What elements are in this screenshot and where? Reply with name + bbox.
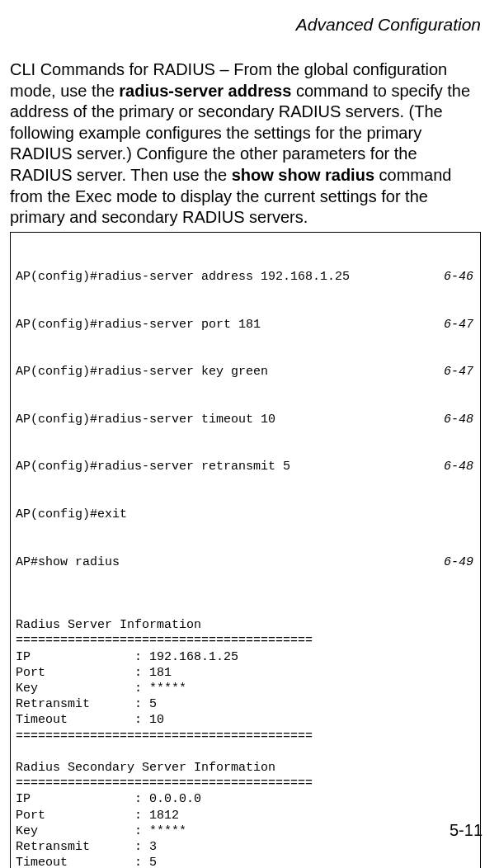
command-2: show show radius: [232, 166, 374, 184]
cli-ref: 6-47: [444, 364, 475, 380]
cli-row: AP(config)#radius-server retransmit 56-4…: [16, 459, 475, 474]
cli-ref: 6-46: [444, 269, 475, 285]
cli-row: AP(config)#radius-server timeout 106-48: [16, 412, 475, 427]
cli-row: AP(config)#radius-server address 192.168…: [16, 269, 475, 285]
cli-ref: 6-49: [444, 554, 475, 570]
cli-show: AP#show radius: [16, 554, 120, 570]
cli-cmd: AP(config)#radius-server key green: [16, 364, 268, 380]
cli-exit: AP(config)#exit: [16, 507, 475, 522]
cli-cmd: AP(config)#radius-server port 181: [16, 317, 261, 333]
cli-row: AP(config)#radius-server port 1816-47: [16, 317, 475, 333]
cli-ref: 6-47: [444, 317, 475, 333]
body-paragraph: CLI Commands for RADIUS – From the globa…: [10, 59, 483, 229]
cli-cmd: AP(config)#radius-server timeout 10: [16, 412, 275, 427]
cli-row: AP(config)#radius-server key green6-47: [16, 364, 475, 380]
cli-body: Radius Server Information ==============…: [16, 601, 475, 868]
page-header: Advanced Configuration: [10, 15, 483, 35]
cli-cmd: AP(config)#radius-server address 192.168…: [16, 269, 350, 285]
page: Advanced Configuration CLI Commands for …: [0, 0, 499, 868]
command-1: radius-server address: [119, 82, 291, 100]
page-number: 5-11: [450, 821, 483, 840]
cli-row: AP#show radius6-49: [16, 554, 475, 570]
cli-output-box: AP(config)#radius-server address 192.168…: [10, 232, 481, 868]
cli-ref: 6-48: [444, 459, 475, 474]
cli-cmd: AP(config)#radius-server retransmit 5: [16, 459, 290, 474]
cli-ref: 6-48: [444, 412, 475, 427]
